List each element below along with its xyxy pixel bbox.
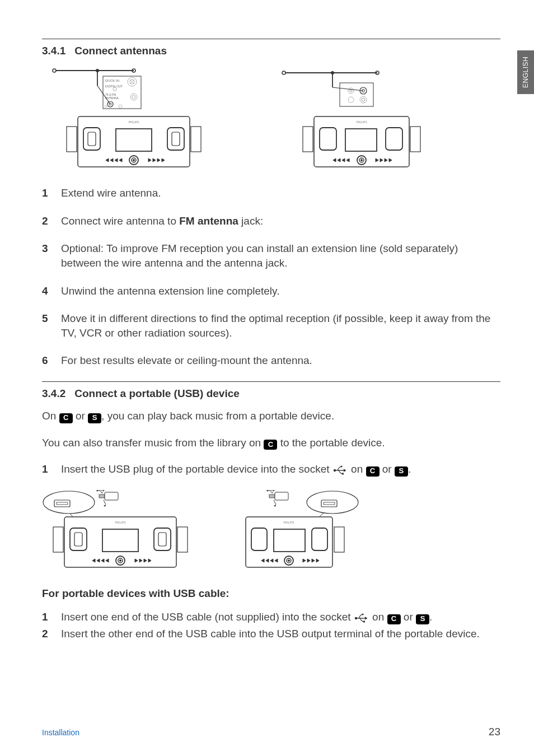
badge-c-icon: C [387,614,401,624]
svg-rect-62 [99,494,105,498]
step-6: 6 For best results elevate or ceiling-mo… [42,353,500,368]
section-341-steps: 1 Extend wire antenna. 2 Connect wire an… [42,186,500,368]
section-title: Connect antennas [74,45,167,57]
cable-step-2: 2 Insert the other end of the USB cable … [42,627,500,641]
step-text: Insert one end of the USB cable (not sup… [61,610,432,624]
svg-point-32 [282,71,285,74]
antenna-diagrams: DOCK IN DIGITAL OUT 75 Ω FM ANTENNA PHIL… [50,66,500,172]
footer-section-name: Installation [42,728,79,737]
section-number: 3.4.2 [42,388,65,400]
svg-rect-46 [303,127,313,152]
usb-diagram-station: PHILIPS [235,490,363,574]
svg-rect-49 [386,128,402,150]
step-text: Insert the USB plug of the portable devi… [61,462,411,477]
svg-rect-70 [53,527,63,552]
step-number: 6 [42,353,50,368]
step-number: 1 [42,186,50,200]
svg-rect-35 [340,83,373,106]
svg-rect-72 [74,533,82,546]
badge-c-icon: C [264,440,277,450]
page-footer: Installation 23 [42,726,500,738]
svg-rect-67 [102,492,103,493]
svg-rect-73 [102,529,138,552]
section-number: 3.4.1 [42,45,65,57]
badge-c-icon: C [59,413,73,423]
usb-icon [354,613,369,623]
svg-rect-22 [67,127,77,152]
usb-diagram-center: PHILIPS [42,490,199,574]
step-3: 3 Optional: To improve FM reception you … [42,241,500,270]
language-tab: ENGLISH [517,50,534,94]
svg-point-101 [362,613,363,615]
svg-text:PHILIPS: PHILIPS [283,521,294,524]
usb-intro-2: You can also transfer music from the lib… [42,436,500,450]
svg-text:PHILIPS: PHILIPS [128,120,139,124]
section-title: Connect a portable (USB) device [74,388,240,400]
antenna-diagram-center: DOCK IN DIGITAL OUT 75 Ω FM ANTENNA PHIL… [50,66,218,172]
svg-rect-92 [251,528,267,550]
step-4: 4 Unwind the antenna extension line comp… [42,284,500,298]
antenna-diagram-station: PHILIPS [279,66,425,172]
svg-point-98 [288,560,290,562]
svg-rect-102 [363,621,365,623]
step-text: For best results elevate or ceiling-moun… [61,353,312,368]
step-number: 3 [42,241,50,270]
svg-rect-85 [272,492,273,493]
step-text: Unwind the antenna extension line comple… [61,284,279,298]
svg-rect-24 [88,132,96,146]
svg-rect-28 [116,129,152,151]
step-number: 1 [42,610,50,624]
usb-cable-steps: 1 Insert one end of the USB cable (not s… [42,610,500,641]
footer-page-number: 23 [489,726,500,738]
step-2: 2 Connect wire antenna to FM antenna jac… [42,214,500,228]
svg-rect-80 [269,494,275,498]
svg-rect-60 [57,502,68,505]
svg-point-53 [361,160,363,161]
svg-point-31 [133,160,135,161]
usb-step-insert: 1 Insert the USB plug of the portable de… [42,462,500,477]
section-342-heading: 3.4.2 Connect a portable (USB) device [42,388,500,400]
svg-rect-63 [105,492,118,500]
svg-text:PHILIPS: PHILIPS [356,120,367,124]
usb-cable-subhead: For portable devices with USB cable: [42,587,500,600]
step-text: Optional: To improve FM reception you ca… [61,241,500,270]
step-text: Insert the other end of the USB cable in… [61,627,480,641]
step-number: 1 [42,462,50,477]
step-1: 1 Extend wire antenna. [42,186,500,200]
badge-c-icon: C [366,466,380,477]
step-text: Extend wire antenna. [61,186,161,200]
svg-rect-94 [312,528,327,550]
svg-point-0 [53,69,56,72]
svg-rect-50 [410,127,420,152]
usb-step-1: 1 Insert the USB plug of the portable de… [42,462,500,477]
svg-text:DOCK IN: DOCK IN [105,79,119,82]
svg-point-56 [340,466,342,468]
svg-rect-47 [320,128,336,150]
svg-text:PHILIPS: PHILIPS [115,521,126,524]
rule-top [42,39,500,39]
svg-rect-95 [334,527,344,552]
svg-rect-88 [324,502,335,505]
svg-point-79 [120,560,121,562]
step-number: 4 [42,284,50,298]
svg-rect-75 [158,533,166,546]
cable-step-1: 1 Insert one end of the USB cable (not s… [42,610,500,624]
usb-diagrams: PHILIPS [42,490,500,574]
usb-intro-1: On C or S, you can play back music from … [42,409,500,423]
svg-rect-27 [191,127,201,152]
step-number: 2 [42,627,50,641]
badge-s-icon: S [395,466,408,477]
svg-text:ANTENNA: ANTENNA [105,96,119,100]
svg-rect-26 [172,132,180,146]
svg-rect-48 [345,129,377,151]
step-text: Move it in different directions to find … [61,311,500,340]
step-number: 2 [42,214,50,228]
svg-rect-93 [274,529,305,552]
svg-rect-76 [177,527,188,552]
svg-rect-57 [342,473,344,475]
step-text: Connect wire antenna to FM antenna jack: [61,214,263,228]
usb-icon [332,465,348,475]
step-5: 5 Move it in different directions to fin… [42,311,500,340]
svg-rect-81 [275,492,288,500]
section-341-heading: 3.4.1 Connect antennas [42,45,500,57]
